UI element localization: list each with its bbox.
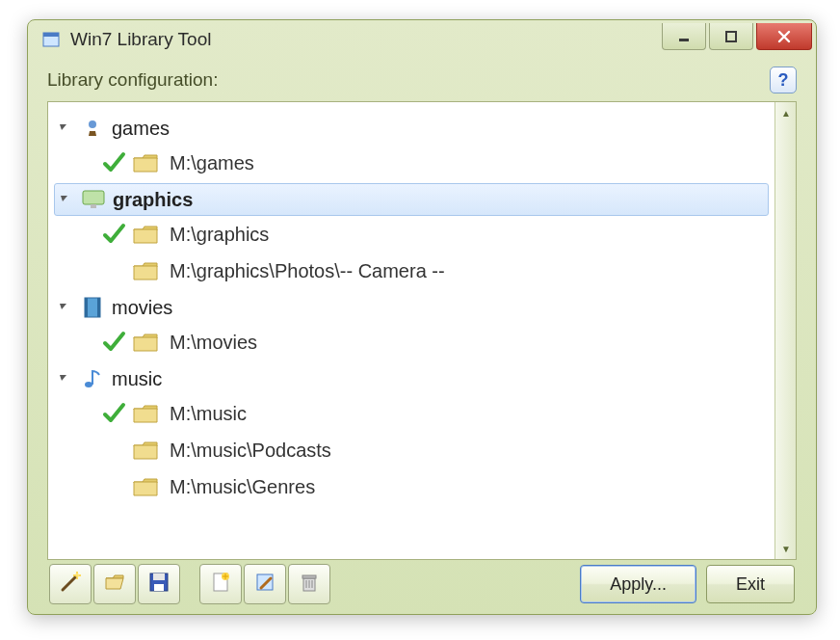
scroll-down-icon[interactable]: ▼ [777, 540, 795, 557]
folder-icon [131, 330, 160, 355]
folder-icon [131, 222, 160, 247]
trash-icon [298, 571, 321, 598]
check-icon [100, 257, 127, 284]
folder-icon [131, 474, 160, 499]
svg-rect-14 [153, 573, 165, 580]
library-header[interactable]: music [54, 362, 769, 395]
svg-rect-1 [43, 33, 59, 37]
expander-icon[interactable] [59, 193, 72, 206]
library-icon [79, 367, 106, 390]
folder-path: M:\music [170, 403, 247, 425]
library-header[interactable]: games [54, 112, 769, 145]
library-tree: gamesM:\gamesgraphicsM:\graphicsM:\graph… [47, 101, 797, 560]
floppy-icon [147, 571, 171, 598]
folder-path: M:\graphics [170, 224, 269, 246]
help-button[interactable]: ? [770, 67, 797, 93]
svg-rect-15 [154, 584, 164, 591]
maximize-button[interactable] [709, 23, 753, 50]
expander-icon[interactable] [58, 121, 71, 135]
folder-row[interactable]: M:\music\Genres [54, 468, 769, 505]
svg-rect-6 [91, 204, 96, 208]
folder-row[interactable]: M:\games [54, 145, 769, 181]
app-window: Win7 Library Tool Library configuration:… [27, 19, 817, 615]
svg-rect-3 [726, 32, 736, 41]
window-title: Win7 Library Tool [70, 29, 662, 50]
check-icon [100, 221, 127, 248]
svg-point-4 [89, 120, 96, 128]
library-item: musicM:\musicM:\music\PodcastsM:\music\G… [54, 362, 769, 505]
library-item: gamesM:\games [54, 112, 769, 181]
svg-rect-5 [83, 191, 104, 204]
library-header[interactable]: graphics [54, 183, 769, 216]
exit-button[interactable]: Exit [706, 565, 795, 603]
library-item: graphicsM:\graphicsM:\graphics\Photos\--… [54, 183, 769, 289]
edit-icon [253, 571, 276, 598]
scroll-up-icon[interactable]: ▲ [777, 104, 795, 121]
folder-icon [131, 401, 160, 426]
section-label: Library configuration: [47, 69, 218, 91]
library-icon [79, 117, 106, 140]
library-icon [80, 188, 107, 211]
delete-library-button[interactable] [288, 564, 330, 604]
wizard-button[interactable] [49, 564, 92, 604]
check-icon [100, 473, 127, 500]
open-button[interactable] [93, 564, 136, 604]
toolbar: Apply... Exit [47, 560, 797, 608]
library-name: music [112, 368, 162, 390]
folder-path: M:\games [170, 152, 254, 174]
library-name: games [112, 118, 170, 140]
folder-icon [131, 150, 160, 175]
folder-row[interactable]: M:\graphics\Photos\-- Camera -- [54, 253, 769, 289]
apply-button[interactable]: Apply... [580, 565, 696, 603]
folder-path: M:\music\Podcasts [170, 440, 331, 462]
save-button[interactable] [138, 564, 180, 604]
titlebar[interactable]: Win7 Library Tool [28, 20, 816, 59]
folder-row[interactable]: M:\movies [54, 324, 769, 360]
minimize-button[interactable] [662, 23, 706, 50]
svg-point-12 [75, 573, 79, 577]
library-header[interactable]: movies [54, 291, 769, 324]
close-button[interactable] [756, 23, 812, 50]
tree-scroll[interactable]: gamesM:\gamesgraphicsM:\graphicsM:\graph… [48, 102, 774, 559]
expander-icon[interactable] [58, 301, 71, 314]
library-name: graphics [113, 189, 193, 211]
expander-icon[interactable] [58, 372, 71, 386]
scrollbar[interactable]: ▲ ▼ [774, 102, 796, 559]
help-icon: ? [778, 70, 789, 91]
new-library-button[interactable] [199, 564, 242, 604]
app-icon [41, 30, 61, 49]
folder-path: M:\graphics\Photos\-- Camera -- [170, 260, 445, 282]
folder-icon [131, 258, 160, 283]
folder-path: M:\movies [170, 332, 257, 354]
svg-rect-8 [85, 298, 88, 317]
check-icon [100, 329, 127, 356]
svg-rect-9 [97, 298, 100, 317]
new-doc-icon [209, 571, 232, 598]
edit-library-button[interactable] [244, 564, 286, 604]
check-icon [100, 437, 127, 464]
library-item: moviesM:\movies [54, 291, 769, 360]
svg-rect-11 [92, 371, 93, 385]
folder-row[interactable]: M:\music [54, 395, 769, 432]
folder-row[interactable]: M:\graphics [54, 216, 769, 253]
svg-rect-20 [302, 575, 316, 578]
folder-path: M:\music\Genres [170, 476, 315, 498]
folder-row[interactable]: M:\music\Podcasts [54, 432, 769, 468]
library-icon [79, 296, 106, 319]
check-icon [100, 400, 127, 427]
folder-open-icon [103, 571, 126, 598]
svg-rect-2 [679, 39, 689, 41]
folder-icon [131, 438, 160, 463]
check-icon [100, 149, 127, 176]
library-name: movies [112, 297, 172, 319]
svg-point-10 [85, 382, 92, 387]
wand-icon [59, 571, 82, 598]
